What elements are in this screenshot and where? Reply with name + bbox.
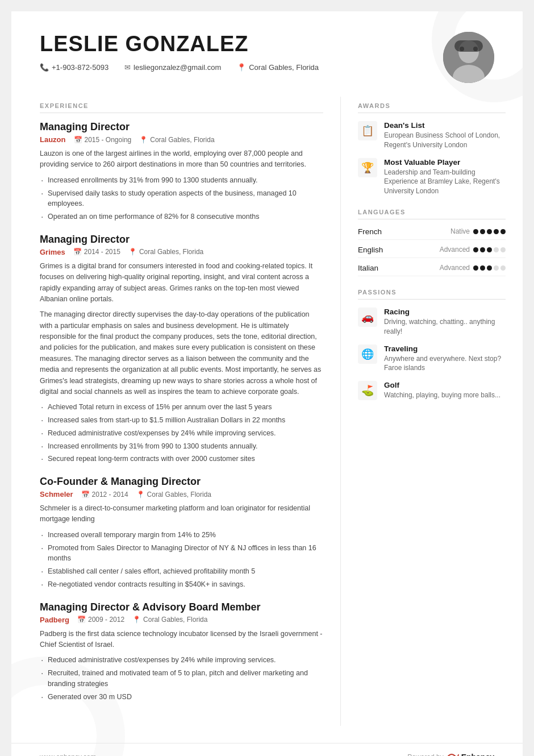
passion-item: 🌐 Traveling Anywhere and everywhere. Nex… — [358, 344, 506, 373]
bullet-item: Secured repeat long-term contracts with … — [40, 454, 323, 464]
passion-icon: ⛳ — [361, 384, 374, 397]
exp-bullets: Reduced administrative cost/expenses by … — [40, 655, 323, 702]
exp-bullets: Achieved Total return in excess of 15% p… — [40, 402, 323, 464]
lang-dot — [500, 229, 506, 234]
left-column: EXPERIENCE Managing Director Lauzon 📅 20… — [11, 97, 341, 726]
pin-icon: 📍 — [139, 136, 148, 144]
passions-title: PASSIONS — [358, 289, 506, 300]
passions-section: PASSIONS 🚗 Racing Driving, watching, cha… — [358, 289, 506, 400]
exp-company: Schmeler — [40, 490, 73, 499]
calendar-icon: 📅 — [74, 136, 82, 144]
exp-desc2: The managing director directly supervise… — [40, 309, 323, 397]
experience-section: EXPERIENCE Managing Director Lauzon 📅 20… — [40, 102, 323, 702]
phone-text: +1-903-872-5093 — [52, 63, 109, 72]
check-icon — [447, 751, 460, 756]
language-item: French Native — [358, 227, 506, 240]
phone-icon: 📞 — [40, 63, 49, 72]
footer-powered: Powered by Enhancv — [407, 751, 494, 756]
phone-contact: 📞 +1-903-872-5093 — [40, 63, 109, 72]
exp-bullets: Increased enrollments by 31% from 990 to… — [40, 175, 323, 222]
awards-list: 📋 Dean's List European Business School o… — [358, 121, 506, 196]
exp-description: Lauzon is one of the largest airlines in… — [40, 148, 323, 171]
bullet-item: Reduced administrative cost/expenses by … — [40, 428, 323, 439]
exp-date: 📅 2015 - Ongoing — [74, 136, 132, 144]
bullet-item: Increased sales from start-up to $1.5 mi… — [40, 415, 323, 426]
svg-rect-3 — [454, 40, 483, 52]
lang-dot — [487, 247, 492, 252]
award-title: Most Valuable Player — [384, 158, 506, 167]
pin-icon: 📍 — [132, 616, 141, 624]
lang-dot — [480, 247, 485, 252]
experience-item: Managing Director Lauzon 📅 2015 - Ongoin… — [40, 121, 323, 222]
lang-dot — [473, 247, 478, 252]
bullet-item: Promoted from Sales Director to Managing… — [40, 543, 323, 564]
passion-description: Anywhere and everywhere. Next stop? Faro… — [384, 354, 506, 373]
lang-dot — [473, 229, 478, 234]
main-content: EXPERIENCE Managing Director Lauzon 📅 20… — [11, 97, 523, 743]
experience-item: Managing Director & Advisory Board Membe… — [40, 601, 323, 703]
passion-item: ⛳ Golf Watching, playing, buying more ba… — [358, 381, 506, 400]
powered-by-text: Powered by — [407, 753, 443, 756]
lang-dot — [500, 265, 506, 271]
award-icon-wrap: 📋 — [358, 121, 377, 140]
email-contact: ✉ lesliegonzalez@gmail.com — [124, 63, 221, 72]
passion-title: Racing — [384, 308, 506, 316]
languages-list: French Native English Advanced Italian A… — [358, 227, 506, 276]
lang-level-wrap: Advanced — [440, 264, 506, 272]
language-name: French — [358, 227, 382, 236]
exp-job-title: Co-Founder & Managing Director — [40, 476, 323, 488]
lang-dot — [494, 247, 499, 252]
header-top: LESLIE GONZALEZ 📞 +1-903-872-5093 ✉ lesl… — [40, 32, 494, 83]
language-dots — [473, 247, 506, 252]
exp-location: 📍 Coral Gables, Florida — [136, 491, 211, 499]
languages-title: LANGUAGES — [358, 209, 506, 219]
passion-content: Traveling Anywhere and everywhere. Next … — [384, 344, 506, 373]
language-dots — [473, 229, 506, 234]
lang-dot — [494, 265, 499, 271]
enhancv-logo: Enhancv — [447, 751, 494, 756]
award-content: Most Valuable Player Leadership and Team… — [384, 158, 506, 196]
award-item: 📋 Dean's List European Business School o… — [358, 121, 506, 150]
exp-company: Padberg — [40, 616, 69, 624]
exp-location: 📍 Coral Gables, Florida — [132, 616, 207, 624]
exp-meta: Grimes 📅 2014 - 2015 📍 Coral Gables, Flo… — [40, 248, 323, 256]
location-contact: 📍 Coral Gables, Florida — [237, 63, 319, 72]
award-description: European Business School of London, Rege… — [384, 131, 506, 150]
lang-dot — [500, 247, 506, 252]
lang-level-wrap: Native — [450, 227, 506, 235]
awards-section: AWARDS 📋 Dean's List European Business S… — [358, 102, 506, 196]
bullet-item: Recruited, trained and motivated team of… — [40, 668, 323, 689]
award-description: Leadership and Team-building Experience … — [384, 168, 506, 196]
exp-bullets: Increased overall temporary margin from … — [40, 530, 323, 590]
passion-content: Golf Watching, playing, buying more ball… — [384, 381, 500, 400]
right-column: AWARDS 📋 Dean's List European Business S… — [341, 97, 523, 726]
lang-dot — [480, 229, 485, 234]
header: LESLIE GONZALEZ 📞 +1-903-872-5093 ✉ lesl… — [11, 11, 523, 97]
language-item: English Advanced — [358, 246, 506, 258]
exp-company: Grimes — [40, 248, 65, 256]
award-item: 🏆 Most Valuable Player Leadership and Te… — [358, 158, 506, 196]
exp-location: 📍 Coral Gables, Florida — [139, 136, 214, 144]
pin-icon: 📍 — [136, 491, 145, 499]
bullet-item: Increased enrollments by 31% from 990 to… — [40, 175, 323, 186]
contact-row: 📞 +1-903-872-5093 ✉ lesliegonzalez@gmail… — [40, 63, 319, 72]
language-dots — [473, 265, 506, 271]
language-level: Native — [450, 227, 470, 235]
passion-title: Golf — [384, 381, 500, 389]
exp-date: 📅 2014 - 2015 — [73, 248, 120, 256]
bullet-item: Reduced administrative cost/expenses by … — [40, 655, 323, 666]
passion-icon-wrap: 🚗 — [358, 308, 377, 327]
footer-url: www.enhancv.com — [40, 753, 96, 756]
location-text: Coral Gables, Florida — [249, 63, 319, 72]
language-level: Advanced — [440, 264, 470, 272]
award-icon: 🏆 — [361, 161, 374, 174]
bullet-item: Re-negotiated vendor contracts resulting… — [40, 579, 323, 590]
experience-item: Managing Director Grimes 📅 2014 - 2015 📍… — [40, 234, 323, 464]
lang-dot — [487, 229, 492, 234]
brand-name: Enhancv — [461, 753, 494, 756]
language-name: Italian — [358, 264, 378, 272]
passion-icon: 🌐 — [361, 348, 374, 360]
passion-description: Watching, playing, buying more balls... — [384, 391, 500, 400]
lang-level-wrap: Advanced — [440, 246, 506, 254]
name-block: LESLIE GONZALEZ 📞 +1-903-872-5093 ✉ lesl… — [40, 32, 319, 72]
